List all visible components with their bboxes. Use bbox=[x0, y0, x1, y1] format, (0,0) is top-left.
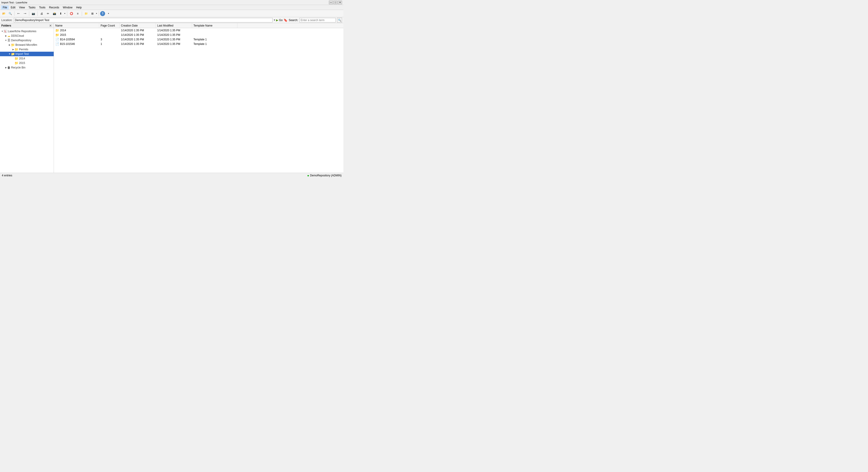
tree-item-2014[interactable]: 📁 2014 bbox=[0, 56, 54, 61]
menu-file[interactable]: File bbox=[1, 5, 9, 9]
file-cell-creation-b14: 1/14/2020 1:35 PM bbox=[120, 37, 156, 42]
menu-records[interactable]: Records bbox=[47, 5, 61, 9]
location-bar: Location: DemoRepository\Import Test ▼ ▶… bbox=[0, 17, 343, 23]
forward-button[interactable]: → bbox=[22, 11, 28, 17]
file-row-2015[interactable]: 📁 2015 1/14/2020 1:35 PM 1/14/2020 1:35 … bbox=[54, 33, 343, 37]
open-button[interactable]: 📂 bbox=[1, 11, 7, 17]
minimize-button[interactable]: — bbox=[329, 1, 333, 4]
tree-toggle-ddscloud[interactable]: ▶ bbox=[4, 34, 7, 37]
tree-item-recycle-bin[interactable]: ▶ 🗑 Recycle Bin bbox=[0, 65, 54, 70]
menu-help[interactable]: Help bbox=[74, 5, 84, 9]
col-header-creation-date[interactable]: Creation Date bbox=[120, 23, 156, 28]
file-cell-modified-2014: 1/14/2020 1:35 PM bbox=[156, 28, 192, 33]
col-header-template-name[interactable]: Template Name bbox=[192, 23, 238, 28]
file-cell-name-2015: 📁 2015 bbox=[54, 33, 99, 37]
file-cell-creation-b15: 1/14/2020 1:35 PM bbox=[120, 42, 156, 46]
print-button[interactable]: 🖨 bbox=[39, 11, 44, 17]
tree-label-laserfiche-repos: Laserfiche Repositories bbox=[8, 30, 36, 33]
file-cell-name-b15: 📄 B15-101546 bbox=[54, 42, 99, 46]
tree-item-broward-microfilm[interactable]: ▶ 📁 Broward Microfilm bbox=[0, 42, 54, 47]
download-arrow[interactable]: ▾ bbox=[64, 11, 66, 17]
open-icon: 📂 bbox=[2, 12, 6, 15]
go-label[interactable]: Go bbox=[279, 19, 283, 22]
folder-2014-icon: 📁 bbox=[14, 57, 18, 60]
folder-broward-icon: 📁 bbox=[11, 43, 15, 47]
file-row-2014[interactable]: 📁 2014 1/14/2020 1:35 PM 1/14/2020 1:35 … bbox=[54, 28, 343, 33]
content-area: Name Page Count Creation Date Last Modif… bbox=[54, 23, 343, 173]
tree-toggle-2015 bbox=[12, 62, 14, 64]
col-header-page-count[interactable]: Page Count bbox=[99, 23, 120, 28]
close-button[interactable]: ✕ bbox=[338, 1, 342, 4]
folder-2015-icon: 📁 bbox=[14, 61, 18, 65]
tree-item-import-test[interactable]: ▼ 📁 Import Test bbox=[0, 52, 54, 56]
tree-toggle-laserfiche[interactable]: ▼ bbox=[1, 30, 4, 33]
tree-toggle-permits[interactable]: ▶ bbox=[12, 48, 14, 51]
location-path[interactable]: DemoRepository\Import Test bbox=[14, 18, 273, 23]
search-input[interactable] bbox=[300, 18, 336, 23]
bookmark-icon[interactable]: 🔖 bbox=[284, 18, 287, 22]
tree-label-recycle: Recycle Bin bbox=[11, 66, 25, 69]
file-cell-creation-2014: 1/14/2020 1:35 PM bbox=[120, 28, 156, 33]
cloud-icon: ☁ bbox=[7, 34, 10, 38]
menu-edit[interactable]: Edit bbox=[9, 5, 17, 9]
folders-title: Folders bbox=[1, 24, 11, 27]
file-row-b14-103594[interactable]: 📄 B14-103594 3 1/14/2020 1:35 PM 1/14/20… bbox=[54, 37, 343, 42]
help-button[interactable]: ? bbox=[100, 11, 105, 16]
file-row-b15-101546[interactable]: 📄 B15-101546 1 1/14/2020 1:35 PM 1/14/20… bbox=[54, 42, 343, 46]
tree-label-import-test: Import Test bbox=[16, 52, 29, 56]
toolbar-separator-6 bbox=[99, 11, 99, 16]
search-go-button[interactable]: 🔍 bbox=[337, 18, 342, 23]
folder-open-icon: 📁 bbox=[85, 12, 88, 15]
lines-button[interactable]: ≡ bbox=[75, 11, 81, 17]
forward-icon: → bbox=[23, 11, 27, 16]
folder-import-test-icon: 📁 bbox=[11, 52, 15, 56]
status-bar: 4 entries ● DemoRepository (ADMIN) bbox=[0, 173, 343, 178]
help-arrow-icon: ▾ bbox=[108, 12, 109, 14]
folder-open-button[interactable]: 📁 bbox=[83, 11, 89, 17]
tree-toggle-broward[interactable]: ▶ bbox=[8, 43, 11, 46]
file-cell-name-b14: 📄 B14-103594 bbox=[54, 37, 99, 42]
db-icon: 🗄 bbox=[7, 38, 10, 42]
grid-arrow[interactable]: ▾ bbox=[95, 11, 98, 17]
location-dropdown-icon[interactable]: ▼ bbox=[273, 19, 276, 21]
trash-icon: 🗑 bbox=[7, 66, 10, 69]
file-cell-template-2015 bbox=[192, 33, 238, 37]
tree-item-2015[interactable]: 📁 2015 bbox=[0, 61, 54, 65]
tree-toggle-recycle[interactable]: ▶ bbox=[4, 66, 7, 69]
status-right: ● DemoRepository (ADMIN) bbox=[307, 174, 342, 177]
lines-icon: ≡ bbox=[77, 12, 79, 15]
tree-label-permits: Permits bbox=[19, 48, 28, 51]
scan-button[interactable]: 📷 bbox=[30, 11, 36, 17]
folders-close-button[interactable]: ✕ bbox=[49, 24, 52, 27]
menu-tools[interactable]: Tools bbox=[37, 5, 47, 9]
tree-label-2015: 2015 bbox=[19, 61, 25, 65]
folders-panel: Folders ✕ ▼ L Laserfiche Repositories ▶ … bbox=[0, 23, 54, 173]
maximize-button[interactable]: □ bbox=[334, 1, 338, 4]
go-play-icon[interactable]: ▶ bbox=[276, 19, 278, 22]
tree-toggle-import-test[interactable]: ▼ bbox=[8, 53, 11, 55]
tree-item-laserfiche-repos[interactable]: ▼ L Laserfiche Repositories bbox=[0, 29, 54, 34]
download-button[interactable]: ⬇ bbox=[58, 11, 64, 17]
tree-item-permits[interactable]: ▶ 📁 Permits bbox=[0, 47, 54, 52]
help-arrow[interactable]: ▾ bbox=[105, 11, 112, 17]
col-header-last-modified[interactable]: Last Modified bbox=[156, 23, 192, 28]
menu-view[interactable]: View bbox=[17, 5, 27, 9]
back-button[interactable]: ← bbox=[16, 11, 22, 17]
location-label: Location: bbox=[1, 19, 12, 22]
menu-window[interactable]: Window bbox=[61, 5, 74, 9]
circle-button[interactable]: ⭕ bbox=[68, 11, 74, 17]
file-cell-pagecount-b14: 3 bbox=[99, 37, 120, 42]
search-toolbar-button[interactable]: 🔍 bbox=[7, 11, 13, 17]
window-title: Import Test - Laserfiche bbox=[1, 1, 27, 4]
tree-item-demorepository[interactable]: ▼ 🗄 DemoRepository bbox=[0, 38, 54, 42]
grid-button[interactable]: ⊞ bbox=[90, 11, 95, 17]
grid-btn-group: ⊞ ▾ bbox=[90, 11, 98, 17]
pencil-button[interactable]: ✏ bbox=[45, 11, 51, 17]
tree-label-broward: Broward Microfilm bbox=[16, 43, 37, 47]
col-header-name[interactable]: Name bbox=[54, 23, 99, 28]
menu-tasks[interactable]: Tasks bbox=[27, 5, 37, 9]
camera-button[interactable]: 📸 bbox=[52, 11, 57, 17]
tree-item-ddscloud[interactable]: ▶ ☁ DDSCloud bbox=[0, 34, 54, 38]
main-area: Folders ✕ ▼ L Laserfiche Repositories ▶ … bbox=[0, 23, 343, 173]
tree-toggle-demorepository[interactable]: ▼ bbox=[4, 39, 7, 42]
